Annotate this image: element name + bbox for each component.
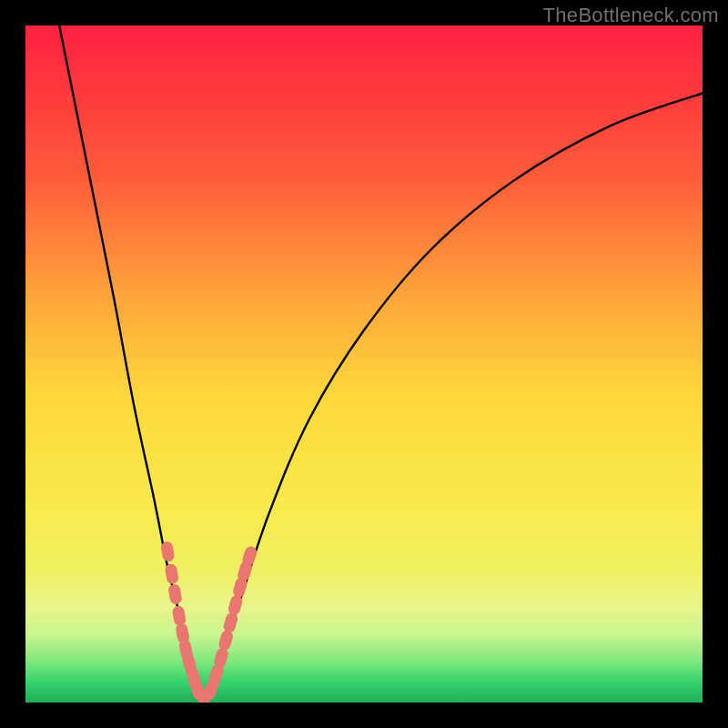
marker-point (222, 612, 238, 634)
marker-point (167, 583, 183, 605)
svg-rect-0 (160, 541, 176, 562)
chart-svg (25, 25, 703, 703)
chart-frame: TheBottleneck.com (0, 0, 728, 728)
bottleneck-curve (59, 25, 703, 698)
marker-layer (160, 541, 258, 703)
marker-point (171, 605, 187, 627)
svg-rect-2 (167, 583, 183, 605)
watermark-text: TheBottleneck.com (543, 4, 719, 27)
svg-rect-3 (171, 605, 187, 627)
svg-rect-15 (222, 612, 238, 634)
plot-area (25, 25, 703, 703)
marker-point (217, 629, 234, 652)
svg-rect-14 (217, 629, 234, 652)
svg-rect-1 (164, 563, 179, 585)
marker-point (160, 541, 176, 562)
marker-point (164, 563, 179, 585)
curve-layer (59, 25, 703, 698)
